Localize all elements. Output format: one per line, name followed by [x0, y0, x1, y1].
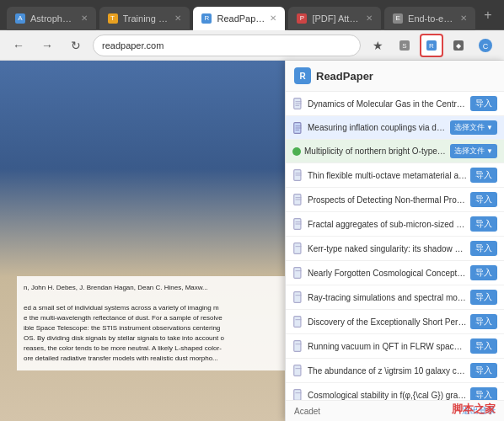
paper-title-4: Thin flexible multi-octave metamaterial … [308, 170, 467, 181]
import-btn-4[interactable]: 导入 [470, 168, 497, 183]
tab-favicon-2: T [108, 13, 118, 24]
import-btn-10[interactable]: 导入 [470, 314, 497, 329]
svg-rect-25 [294, 243, 301, 254]
paper-title-8: Nearly Forgotten Cosmological Concept of… [308, 268, 467, 279]
extension-icon-3[interactable]: ◆ [447, 34, 470, 57]
paper-title-13: Cosmological stability in f(φ,{\cal G}) … [308, 390, 467, 401]
doc-icon-6 [292, 218, 304, 230]
svg-rect-35 [294, 365, 301, 376]
paper-item-13[interactable]: Cosmological stability in f(φ,{\cal G}) … [286, 383, 504, 400]
import-btn-11[interactable]: 导入 [470, 338, 497, 354]
paper-item-12[interactable]: The abundance of z \igtrsim 10 galaxy ca… [286, 359, 504, 383]
new-tab-button[interactable]: + [479, 5, 497, 25]
tab-pdf[interactable]: P [PDF] Attem... ✕ [288, 7, 381, 30]
paper-item-11[interactable]: Running vacuum in QFT in FLRW spacetime.… [286, 334, 504, 359]
import-btn-1[interactable]: 导入 [470, 96, 497, 111]
doc-icon-13 [292, 389, 304, 400]
paper-item-10[interactable]: Discovery of the Exceptionally Short Per… [286, 310, 504, 334]
svg-text:R: R [429, 42, 434, 50]
back-button[interactable]: ← [7, 34, 30, 57]
tab-training[interactable]: T Training a l... ✕ [99, 7, 190, 30]
tab-astrophysi[interactable]: A Astrophysi... ✕ [7, 7, 96, 30]
readpaper-panel: R ReadPaper Dynamics of Molecular Gas in… [285, 61, 504, 421]
readpaper-extension-icon[interactable]: R [420, 34, 443, 57]
paper-title-10: Discovery of the Exceptionally Short Per… [308, 317, 467, 328]
svg-rect-31 [294, 317, 301, 328]
paper-item-8[interactable]: Nearly Forgotten Cosmological Concept of… [286, 261, 504, 285]
page-body-text: n, John H. Debes, J. Brendan Hagan, Dean… [17, 276, 285, 370]
paper-item-3[interactable]: Multiplicity of northern bright O-type s… [286, 140, 504, 163]
doc-icon-9 [292, 291, 304, 303]
doc-icon-12 [292, 365, 304, 376]
import-btn-9[interactable]: 导入 [470, 290, 497, 305]
tab-readpaper[interactable]: R ReadPaper... ✕ [193, 7, 285, 30]
import-btn-8[interactable]: 导入 [470, 265, 497, 280]
tab-close-2[interactable]: ✕ [174, 13, 181, 23]
svg-rect-29 [294, 292, 301, 303]
tab-label-3: ReadPaper... [217, 13, 265, 24]
panel-title: ReadPaper [316, 70, 373, 83]
tab-label-4: [PDF] Attem... [312, 13, 361, 24]
toolbar-extension-icons: ★ S R ◆ C [366, 34, 497, 57]
browser-tabs-bar: A Astrophysi... ✕ T Training a l... ✕ R … [0, 0, 504, 30]
tab-close-1[interactable]: ✕ [81, 13, 88, 23]
paper-item-2[interactable]: Measuring inflation couplings via dark r… [286, 116, 504, 140]
import-btn-12[interactable]: 导入 [470, 363, 497, 378]
doc-icon-4 [292, 169, 304, 181]
paper-title-3: Multiplicity of northern bright O-type s… [304, 146, 447, 157]
svg-rect-27 [294, 268, 301, 279]
tab-favicon-5: E [393, 13, 403, 24]
bookmark-icon[interactable]: ★ [366, 34, 389, 57]
reload-button[interactable]: ↻ [64, 34, 88, 57]
active-dot-3 [292, 147, 301, 156]
paper-title-2: Measuring inflation couplings via dark r… [308, 122, 447, 133]
watermark-text: 脚本之家 [452, 402, 496, 417]
doc-icon-7 [292, 242, 304, 254]
paper-item-4[interactable]: Thin flexible multi-octave metamaterial … [286, 163, 504, 188]
paper-item-9[interactable]: Ray-tracing simulations and spectral mod… [286, 285, 504, 310]
svg-rect-37 [294, 390, 301, 400]
import-btn-13[interactable]: 导入 [470, 387, 497, 400]
browser-toolbar: ← → ↻ readpaper.com ★ S R ◆ C [0, 30, 504, 61]
paper-title-7: Kerr-type naked singularity: its shadow … [308, 243, 467, 254]
extension-icon-1[interactable]: S [393, 34, 416, 57]
paper-item-5[interactable]: Prospects of Detecting Non-thermal Proto… [286, 188, 504, 212]
tab-close-3[interactable]: ✕ [270, 13, 276, 23]
papers-list[interactable]: Dynamics of Molecular Gas in the Central… [286, 92, 504, 400]
paper-title-5: Prospects of Detecting Non-thermal Proto… [308, 195, 467, 205]
tab-close-5[interactable]: ✕ [460, 13, 467, 23]
doc-icon-8 [292, 267, 304, 279]
footer-acadet-label: Acadet [294, 407, 320, 416]
paper-title-9: Ray-tracing simulations and spectral mod… [308, 292, 467, 303]
svg-text:◆: ◆ [456, 42, 462, 50]
tab-label-2: Training a l... [123, 13, 170, 24]
doc-icon-1 [292, 98, 304, 109]
paper-item-7[interactable]: Kerr-type naked singularity: its shadow … [286, 237, 504, 261]
account-icon[interactable]: C [474, 34, 497, 57]
doc-icon-5 [292, 194, 304, 205]
tab-favicon-1: A [15, 13, 25, 24]
panel-header: R ReadPaper [286, 61, 504, 92]
address-bar[interactable]: readpaper.com [93, 35, 361, 56]
svg-text:S: S [402, 42, 406, 50]
address-text: readpaper.com [102, 40, 164, 51]
paper-title-1: Dynamics of Molecular Gas in the Central… [308, 99, 467, 109]
doc-icon-2 [292, 122, 304, 134]
import-btn-6[interactable]: 导入 [470, 216, 497, 232]
paper-item-6[interactable]: Fractal aggregates of sub-micron-sized g… [286, 212, 504, 237]
tab-end-to-end[interactable]: E End-to-enc... ✕ [384, 7, 475, 30]
select-file-btn-3[interactable]: 选择文件 ▼ [450, 144, 497, 158]
readpaper-logo: R [294, 67, 311, 84]
paper-title-11: Running vacuum in QFT in FLRW spacetime.… [308, 341, 467, 352]
import-btn-5[interactable]: 导入 [470, 192, 497, 207]
tab-close-4[interactable]: ✕ [366, 13, 373, 23]
import-btn-7[interactable]: 导入 [470, 241, 497, 256]
paper-item-1[interactable]: Dynamics of Molecular Gas in the Central… [286, 92, 504, 116]
dropdown-arrow-2: ▼ [486, 124, 493, 131]
svg-text:C: C [483, 42, 489, 51]
tab-favicon-3: R [201, 13, 212, 24]
tab-favicon-4: P [297, 13, 307, 24]
forward-button[interactable]: → [35, 34, 59, 57]
select-file-btn-2[interactable]: 选择文件 ▼ [450, 120, 497, 135]
svg-rect-33 [294, 341, 301, 352]
